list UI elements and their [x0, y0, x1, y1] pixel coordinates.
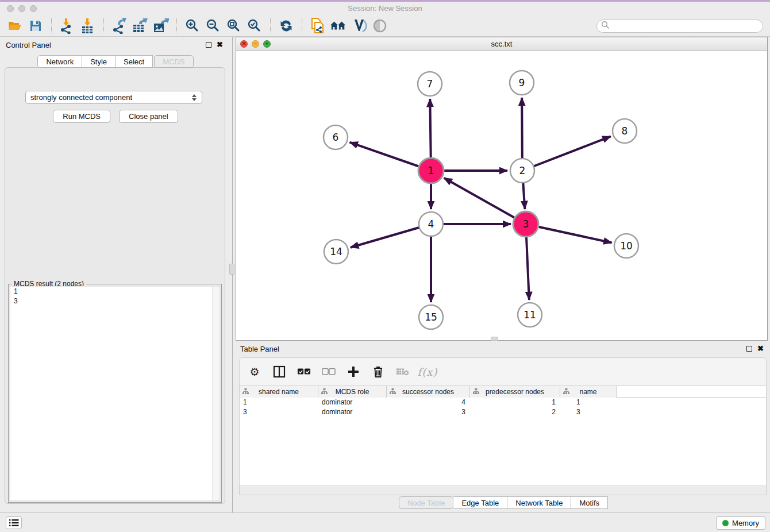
mcds-action-buttons: Run MCDS Close panel: [0, 110, 231, 123]
control-panel-buttons: ✖: [206, 42, 223, 48]
export-image-icon[interactable]: [152, 17, 170, 34]
control-tab-mcds[interactable]: MCDS: [154, 55, 193, 68]
deselect-all-columns-icon[interactable]: [322, 365, 336, 379]
table-cell[interactable]: 4: [387, 398, 470, 407]
table-cell[interactable]: 1: [470, 398, 560, 407]
table-panel-title: Table Panel: [240, 345, 279, 353]
table-panel-tabs: Node TableEdge TableNetwork TableMotifs: [236, 496, 770, 509]
graphics-details-icon[interactable]: [371, 17, 388, 34]
export-network-icon[interactable]: [111, 17, 128, 34]
toolbar-separator: [302, 18, 302, 33]
table-cell[interactable]: 1: [240, 398, 318, 407]
control-panel-title: Control Panel: [6, 41, 51, 49]
optimization-criterion-dropdown[interactable]: strongly connected component: [25, 91, 202, 104]
mcds-result-line: 1: [10, 287, 220, 296]
go-home-icon[interactable]: [330, 17, 347, 34]
network-view-window: ✕ − + scc.txt 1234678910111415: [236, 37, 768, 341]
run-mcds-button[interactable]: Run MCDS: [53, 110, 110, 123]
vertical-split-handle[interactable]: [229, 264, 234, 275]
zoom-in-icon[interactable]: [184, 17, 201, 34]
graph-node-label-9: 9: [519, 77, 525, 88]
float-table-panel-icon[interactable]: [746, 346, 752, 352]
graph-node-label-10: 10: [620, 240, 633, 252]
mcds-result-list[interactable]: 13: [10, 286, 220, 501]
vizmapper-icon[interactable]: [351, 17, 368, 34]
function-builder-icon: f(x): [421, 365, 434, 379]
graph-node-label-7: 7: [427, 78, 433, 90]
memory-button[interactable]: Memory: [716, 516, 765, 530]
float-panel-icon[interactable]: [206, 42, 211, 48]
import-table-icon[interactable]: [79, 17, 97, 34]
show-columns-icon[interactable]: [272, 365, 286, 379]
graph-node-label-2: 2: [519, 165, 526, 176]
toolbar-separator: [51, 18, 52, 33]
control-tab-network[interactable]: Network: [37, 55, 82, 68]
close-panel-icon[interactable]: ✖: [217, 42, 223, 48]
table-cell[interactable]: dominator: [318, 407, 387, 417]
table-settings-icon[interactable]: ⚙: [248, 365, 261, 379]
memory-status-icon: [722, 520, 729, 526]
task-history-button[interactable]: [6, 516, 22, 529]
column-label: MCDS role: [336, 388, 369, 396]
network-window-titlebar[interactable]: ✕ − + scc.txt: [236, 37, 767, 51]
clone-network-icon[interactable]: [309, 17, 326, 34]
graph-node-label-3: 3: [523, 218, 529, 230]
table-cell[interactable]: 2: [470, 407, 560, 417]
table-cell[interactable]: 1: [560, 398, 617, 407]
zoom-out-icon[interactable]: [205, 17, 222, 34]
graph-node-label-1: 1: [428, 165, 434, 176]
search-box[interactable]: [596, 20, 763, 33]
close-panel-button[interactable]: Close panel: [119, 110, 178, 123]
column-label: predecessor nodes: [486, 388, 544, 396]
apply-layout-icon[interactable]: [278, 17, 295, 34]
graph-node-label-11: 11: [523, 309, 536, 321]
app-titlebar: Session: New Session: [0, 2, 770, 16]
search-input[interactable]: [610, 22, 763, 30]
column-header-name[interactable]: name: [560, 386, 617, 398]
delete-column-icon[interactable]: [371, 365, 385, 379]
table-tab-network-table[interactable]: Network Table: [507, 496, 571, 509]
horizontal-split-handle[interactable]: [491, 337, 498, 341]
column-header-successor-nodes[interactable]: successor nodes: [387, 386, 470, 398]
network-window-title: scc.txt: [236, 40, 767, 48]
edge-2-8[interactable]: [522, 136, 611, 171]
column-label: shared name: [259, 388, 299, 396]
create-column-icon[interactable]: [346, 365, 360, 379]
table-cell[interactable]: dominator: [318, 398, 387, 407]
table-cell[interactable]: 3: [240, 407, 318, 417]
zoom-selected-icon[interactable]: [246, 17, 263, 34]
graph-node-label-8: 8: [622, 125, 628, 137]
edge-3-1[interactable]: [444, 178, 526, 224]
export-table-icon[interactable]: [132, 17, 149, 34]
table-row[interactable]: 1dominator411: [240, 398, 766, 407]
column-header-predecessor-nodes[interactable]: predecessor nodes: [470, 386, 560, 398]
close-table-panel-icon[interactable]: ✖: [757, 346, 764, 352]
table-tab-node-table[interactable]: Node Table: [399, 496, 454, 509]
main-toolbar: [0, 16, 770, 37]
save-session-icon[interactable]: [27, 17, 44, 34]
table-body: 1dominator4113dominator323: [240, 398, 766, 417]
select-all-columns-icon[interactable]: [297, 365, 311, 379]
table-cell[interactable]: 3: [560, 407, 617, 417]
table-row[interactable]: 3dominator323: [240, 407, 766, 417]
graph-node-label-4: 4: [428, 218, 434, 230]
column-header-MCDS-role[interactable]: MCDS role: [318, 386, 387, 398]
open-file-icon[interactable]: [6, 17, 24, 34]
table-tab-edge-table[interactable]: Edge Table: [453, 496, 507, 509]
import-network-icon[interactable]: [59, 17, 76, 34]
result-scrollbar[interactable]: [212, 287, 220, 500]
toolbar-separator: [176, 18, 177, 33]
column-header-shared-name[interactable]: shared name: [240, 386, 318, 398]
mcds-result-group: MCDS result (2 nodes) 13: [8, 284, 222, 503]
node-table: shared nameMCDS rolesuccessor nodesprede…: [239, 386, 767, 495]
graph-node-label-6: 6: [333, 132, 339, 143]
control-tab-select[interactable]: Select: [116, 55, 153, 68]
control-tab-style[interactable]: Style: [82, 55, 116, 68]
table-cell[interactable]: 3: [387, 407, 470, 417]
network-canvas[interactable]: 1234678910111415: [236, 51, 767, 340]
table-tab-motifs[interactable]: Motifs: [571, 496, 608, 509]
table-panel-buttons: ✖: [746, 346, 764, 352]
vertical-split-divider: [232, 37, 233, 512]
table-horizontal-scrollbar[interactable]: [240, 485, 766, 495]
zoom-fit-icon[interactable]: [225, 17, 242, 34]
